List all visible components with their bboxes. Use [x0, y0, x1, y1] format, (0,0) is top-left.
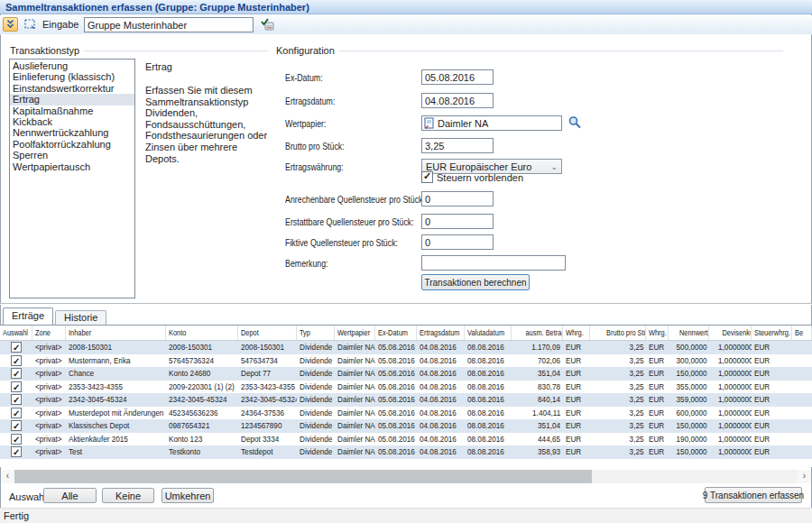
tab-historie[interactable]: Historie — [55, 310, 106, 325]
horizontal-scrollbar[interactable]: ‹ › — [1, 470, 811, 483]
konfiguration-group-label: Konfiguration — [276, 45, 335, 56]
table-cell: <privat> — [32, 407, 66, 420]
type-detail-description: Erfassen Sie mit diesem Sammeltransaktio… — [145, 85, 272, 164]
transaktionstyp-option[interactable]: Einstandswertkorrektur — [10, 83, 134, 94]
transaktionstyp-option[interactable]: Poolfaktorrückzahlung — [10, 139, 134, 150]
alle-button[interactable]: Alle — [43, 488, 97, 503]
table-row[interactable]: <privat>2353-3423-43552009-220301 (1) (2… — [0, 381, 812, 394]
column-header[interactable]: Inhaber — [66, 326, 166, 340]
table-cell: EUR — [752, 419, 792, 433]
column-header[interactable]: ausm. Betrag — [512, 326, 563, 340]
column-header[interactable]: Zone — [32, 326, 66, 340]
umkehren-button[interactable]: Umkehren — [161, 488, 214, 503]
column-header[interactable]: Whrg. — [646, 326, 669, 340]
row-checkbox[interactable] — [11, 434, 22, 445]
column-header[interactable]: Auswahl — [0, 326, 32, 340]
table-row[interactable]: <privat>Klassisches Depot098765432112345… — [0, 419, 812, 433]
table-cell: EUR — [752, 341, 792, 354]
row-checkbox[interactable] — [11, 342, 22, 353]
tab-ertraege[interactable]: Erträge — [3, 307, 53, 325]
column-header[interactable]: Typ — [297, 326, 335, 340]
chevron-down-icon: ⌄ — [550, 162, 558, 171]
keine-button[interactable]: Keine — [102, 488, 154, 503]
column-header[interactable]: Whrg. — [563, 326, 590, 340]
column-header[interactable]: Konto — [166, 326, 238, 340]
transaktionstyp-option[interactable]: Kapitalmaßnahme — [10, 106, 134, 116]
transaktionstyp-option[interactable]: Wertpapiertausch — [10, 161, 134, 172]
table-row[interactable]: <privat>Musterdepot mit Änderungen452345… — [0, 407, 812, 420]
steuern-checkbox[interactable] — [421, 171, 433, 183]
table-row[interactable]: <privat>TestTestkontoTestdepotDividendeD… — [0, 445, 812, 459]
table-row[interactable]: <privat>2342-3045-453242342-3045-4532423… — [0, 393, 812, 407]
magnifier-icon[interactable] — [567, 115, 582, 130]
ex-datum-input[interactable] — [421, 69, 494, 85]
column-header[interactable]: Steuerwhrg. — [752, 326, 792, 340]
column-header[interactable]: Wertpapier — [335, 326, 375, 340]
table-row[interactable]: <privat>2008-1503012008-1503012008-15030… — [0, 341, 812, 354]
transaktionstyp-list[interactable]: AuslieferungEinlieferung (klassisch)Eins… — [9, 59, 135, 298]
table-cell: 04.08.2016 — [417, 381, 465, 394]
table-cell: EUR — [646, 419, 669, 433]
transaktionstyp-option[interactable]: Nennwertrückzahlung — [10, 127, 134, 138]
row-checkbox[interactable] — [11, 355, 22, 366]
column-header[interactable]: Be — [792, 326, 812, 340]
table-cell: 840,14 — [512, 393, 563, 407]
column-header[interactable]: Depot — [238, 326, 297, 340]
fiktive-input[interactable] — [421, 234, 494, 250]
transaktionstyp-option[interactable]: Sperren — [10, 150, 134, 161]
row-checkbox[interactable] — [11, 420, 22, 431]
column-header[interactable]: Nennwert — [669, 326, 709, 340]
auswahl-cell — [0, 342, 32, 353]
table-cell: Daimler NA — [335, 381, 375, 394]
transaktionstyp-option[interactable]: Ertrag — [10, 94, 134, 105]
selection-rectangle-icon[interactable] — [23, 17, 38, 32]
table-cell — [792, 381, 812, 394]
table-cell: 1,00000000 — [709, 419, 752, 433]
table-cell: EUR — [752, 407, 792, 420]
table-cell: EUR — [646, 445, 669, 459]
double-chevron-down-icon[interactable] — [3, 17, 18, 32]
auswahl-cell — [0, 408, 32, 418]
transaktionstyp-option[interactable]: Kickback — [10, 116, 134, 127]
anrechenbare-input[interactable] — [421, 191, 494, 206]
table-cell: 600,0000 — [669, 407, 709, 420]
ertragsdatum-input[interactable] — [421, 93, 494, 108]
wertpapier-field[interactable]: Daimler NA — [421, 115, 562, 131]
table-row[interactable]: <privat>Mustermann, Erika576457363245476… — [0, 354, 812, 368]
column-header[interactable]: Devisenkurs — [709, 326, 752, 340]
scroll-left-icon[interactable]: ‹ — [1, 470, 14, 483]
table-row[interactable]: <privat>Aktienkäufer 2015Konto 123Depot … — [0, 433, 812, 446]
scroll-right-icon[interactable]: › — [798, 470, 811, 483]
table-cell: Klassisches Depot — [66, 419, 166, 433]
transaktionstyp-option[interactable]: Auslieferung — [10, 60, 134, 71]
table-cell: EUR — [646, 381, 669, 394]
checklist-icon[interactable] — [260, 17, 275, 32]
transaktionen-berechnen-button[interactable]: Transaktionen berechnen — [421, 274, 530, 290]
row-checkbox[interactable] — [11, 446, 22, 457]
table-cell: 08.08.2016 — [465, 341, 512, 354]
table-cell: 190,0000 — [669, 433, 709, 446]
table-cell: 04.08.2016 — [417, 445, 465, 459]
brutto-input[interactable] — [421, 138, 494, 153]
transaktionen-erfassen-button[interactable]: 9 Transaktionen erfassen — [705, 487, 802, 503]
column-header[interactable]: Ex-Datum — [375, 326, 417, 340]
column-header[interactable]: Valutadatum — [465, 326, 512, 340]
column-header[interactable]: Brutto pro Stück — [590, 326, 646, 340]
transaktionstyp-option[interactable]: Einlieferung (klassisch) — [10, 71, 134, 82]
table-cell: EUR — [646, 393, 669, 407]
table-cell: 150,0000 — [669, 367, 709, 381]
table-cell: 358,93 — [512, 445, 563, 459]
table-cell: 1,00000000 — [709, 445, 752, 459]
bemerkung-input[interactable] — [421, 255, 566, 271]
row-checkbox[interactable] — [11, 381, 22, 392]
row-checkbox[interactable] — [11, 408, 22, 418]
column-header[interactable]: Ertragsdatum — [417, 326, 465, 340]
group-input[interactable] — [84, 17, 254, 32]
row-checkbox[interactable] — [11, 368, 22, 379]
table-row[interactable]: <privat>ChanceKonto 24680Depot 77Dividen… — [0, 367, 812, 381]
table-cell: Daimler NA — [335, 407, 375, 420]
scrollbar-thumb[interactable] — [14, 470, 592, 483]
table-cell: 1,00000000 — [709, 407, 752, 420]
erstattbare-input[interactable] — [421, 214, 494, 229]
row-checkbox[interactable] — [11, 394, 22, 405]
